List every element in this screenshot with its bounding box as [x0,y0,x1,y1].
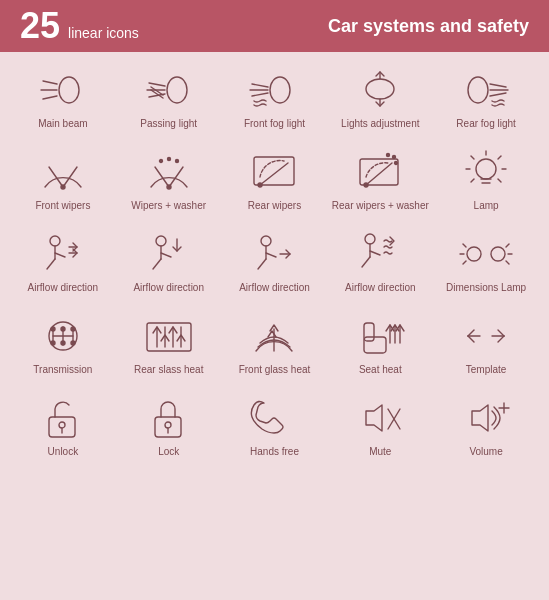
svg-line-13 [252,93,268,96]
icon-wipers-washer: Wipers + washer [116,142,222,224]
svg-line-22 [63,167,77,187]
svg-rect-82 [364,337,386,353]
label-airflow-4: Airflow direction [345,282,416,304]
label-front-wipers: Front wipers [35,200,90,222]
svg-line-64 [506,261,509,264]
icon-rear-wipers-washer: Rear wipers + washer [327,142,433,224]
icon-lights-adjustment: Lights adjustment [327,60,433,142]
svg-point-29 [175,160,178,163]
label-airflow-3: Airflow direction [239,282,310,304]
icon-airflow-4: Airflow direction [327,224,433,306]
svg-point-10 [270,77,290,103]
svg-point-14 [366,79,394,99]
label-main-beam: Main beam [38,118,87,140]
label-mute: Mute [369,446,391,468]
svg-point-35 [364,183,368,187]
icon-front-fog-light: Front fog light [222,60,328,142]
label-lamp: Lamp [474,200,499,222]
svg-point-32 [258,183,262,187]
header-number: 25 [20,8,60,44]
svg-point-37 [393,156,396,159]
svg-marker-93 [366,405,382,431]
label-template: Template [466,364,507,386]
icon-lock: Lock [116,388,222,470]
label-airflow-2: Airflow direction [133,282,204,304]
icon-seat-heat: Seat heat [327,306,433,388]
svg-line-31 [260,163,288,185]
icon-lamp: Lamp [433,142,539,224]
svg-point-75 [71,341,75,345]
icon-dimensions-lamp: Dimensions Lamp [433,224,539,306]
icon-mute: Mute [327,388,433,470]
label-airflow-1: Airflow direction [28,282,99,304]
svg-point-53 [261,236,271,246]
icon-volume: Volume [433,388,539,470]
svg-line-48 [471,179,474,182]
svg-line-45 [498,179,501,182]
svg-rect-83 [364,323,374,341]
svg-marker-96 [472,405,488,431]
label-seat-heat: Seat heat [359,364,402,386]
label-front-fog-light: Front fog light [244,118,305,140]
svg-point-72 [71,327,75,331]
label-hands-free: Hands free [250,446,299,468]
header: 25 linear icons Car systems and safety [0,0,549,52]
svg-point-71 [61,327,65,331]
icon-airflow-1: Airflow direction [10,224,116,306]
svg-point-58 [491,247,505,261]
icon-rear-fog-light: Rear fog light [433,60,539,142]
svg-line-24 [155,167,169,187]
icon-transmission: Transmission [10,306,116,388]
svg-line-43 [498,156,501,159]
svg-point-73 [51,341,55,345]
svg-line-11 [252,84,268,87]
header-subtitle: linear icons [68,25,139,41]
icon-unlock: Unlock [10,388,116,470]
svg-line-5 [149,83,165,86]
icon-grid: Main beam Passing light [0,52,549,474]
svg-line-21 [49,167,63,187]
icon-airflow-3: Airflow direction [222,224,328,306]
svg-point-51 [156,236,166,246]
svg-point-36 [387,154,390,157]
svg-line-1 [43,81,57,84]
svg-rect-87 [49,417,75,437]
svg-point-74 [61,341,65,345]
svg-line-62 [463,261,466,264]
svg-line-20 [490,93,506,96]
icon-airflow-2: Airflow direction [116,224,222,306]
svg-line-3 [43,96,57,99]
svg-line-61 [463,244,466,247]
svg-point-88 [59,422,65,428]
icon-hands-free: Hands free [222,388,328,470]
icon-front-wipers: Front wipers [10,142,116,224]
label-rear-wipers-washer: Rear wipers + washer [332,200,429,222]
svg-point-23 [61,185,65,189]
svg-point-55 [365,234,375,244]
label-rear-fog-light: Rear fog light [456,118,515,140]
icon-main-beam: Main beam [10,60,116,142]
svg-point-91 [165,422,171,428]
label-wipers-washer: Wipers + washer [131,200,206,222]
icon-rear-wipers: Rear wipers [222,142,328,224]
label-front-glass-heat: Front glass heat [239,364,311,386]
svg-line-25 [169,167,183,187]
svg-point-28 [167,158,170,161]
icon-passing-light: Passing light [116,60,222,142]
label-rear-wipers: Rear wipers [248,200,301,222]
icon-front-glass-heat: Front glass heat [222,306,328,388]
icon-template: Template [433,306,539,388]
icon-rear-glass-heat: Rear slass heat [116,306,222,388]
svg-point-39 [476,159,496,179]
svg-rect-90 [155,417,181,437]
svg-point-57 [467,247,481,261]
label-volume: Volume [469,446,502,468]
svg-point-27 [159,160,162,163]
svg-line-63 [506,244,509,247]
header-title: Car systems and safety [328,16,529,37]
label-lights-adjustment: Lights adjustment [341,118,419,140]
label-rear-glass-heat: Rear slass heat [134,364,203,386]
svg-line-46 [471,156,474,159]
label-passing-light: Passing light [140,118,197,140]
svg-line-34 [366,163,392,185]
